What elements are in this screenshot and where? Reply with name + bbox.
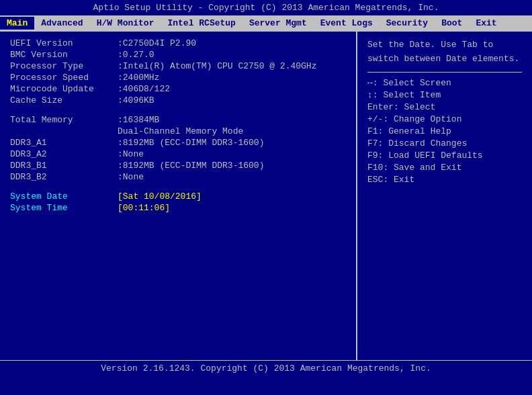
menu-item-exit[interactable]: Exit	[469, 17, 503, 30]
info-sep: :	[118, 73, 123, 83]
system-date-label: System Date	[10, 191, 118, 202]
shortcut-key: F1:	[367, 126, 388, 136]
info-label: BMC Version	[10, 50, 118, 60]
memory-rows: Total Memory : 16384MB Dual-Channel Memo…	[10, 115, 346, 182]
shortcut-row: ↔: Select Screen	[367, 78, 522, 88]
shortcut-row: F7: Discard Changes	[367, 138, 522, 148]
info-sep: :	[118, 84, 123, 94]
memory-sep: :	[118, 161, 123, 171]
shortcut-key: ↔:	[367, 78, 383, 88]
memory-sep: :	[118, 149, 123, 159]
info-row: Processor Speed : 2400MHz	[10, 73, 346, 83]
memory-row: DDR3_A2 : None	[10, 149, 346, 159]
menu-item-event-logs[interactable]: Event Logs	[314, 17, 380, 30]
info-label: Cache Size	[10, 95, 118, 105]
system-date-value[interactable]: [Sat 10/08/2016]	[118, 191, 202, 202]
info-sep: :	[118, 38, 123, 48]
info-value: C2750D4I P2.90	[123, 38, 196, 48]
menu-item-security[interactable]: Security	[380, 17, 435, 30]
menu-bar: MainAdvancedH/W MonitorIntel RCSetupServ…	[0, 15, 532, 31]
shortcut-row: F1: General Help	[367, 126, 522, 136]
info-value: 4096KB	[123, 95, 154, 105]
memory-row: DDR3_A1 : 8192MB (ECC-DIMM DDR3-1600)	[10, 138, 346, 148]
info-row: Cache Size : 4096KB	[10, 95, 346, 105]
system-info-rows: UEFI Version : C2750D4I P2.90BMC Version…	[10, 38, 346, 105]
shortcut-key: F9:	[367, 150, 388, 161]
memory-label: DDR3_B2	[10, 172, 118, 182]
shortcut-desc: Exit	[394, 175, 414, 185]
right-panel: Set the Date. Use Tab to switch between …	[357, 32, 532, 360]
system-time-label: System Time	[10, 203, 118, 213]
memory-sep: :	[118, 172, 123, 182]
shortcut-row: ↕: Select Item	[367, 90, 522, 100]
info-sep: :	[118, 50, 123, 60]
main-content: UEFI Version : C2750D4I P2.90BMC Version…	[0, 31, 532, 360]
info-value: 406D8/122	[123, 84, 170, 94]
info-row: Microcode Update : 406D8/122	[10, 84, 346, 94]
left-panel: UEFI Version : C2750D4I P2.90BMC Version…	[0, 32, 357, 360]
shortcut-desc: Save and Exit	[394, 163, 461, 173]
help-text: Set the Date. Use Tab to switch between …	[367, 38, 522, 67]
memory-value: None	[123, 149, 144, 159]
shortcut-desc: Change Option	[394, 114, 461, 124]
info-label: Processor Type	[10, 61, 118, 71]
shortcut-desc: Select Screen	[383, 78, 451, 88]
memory-label: Total Memory	[10, 115, 118, 125]
title-bar: Aptio Setup Utility - Copyright (C) 2013…	[0, 0, 532, 15]
memory-row: DDR3_B1 : 8192MB (ECC-DIMM DDR3-1600)	[10, 161, 346, 171]
memory-sep: :	[118, 138, 123, 148]
shortcut-row: ESC: Exit	[367, 175, 522, 185]
shortcut-key: ↕:	[367, 90, 383, 100]
info-value: 2400MHz	[123, 73, 160, 83]
info-label: Processor Speed	[10, 73, 118, 83]
shortcut-desc: Discard Changes	[388, 138, 467, 148]
menu-item-advanced[interactable]: Advanced	[34, 17, 89, 30]
info-value: Intel(R) Atom(TM) CPU C2750 @ 2.40GHz	[123, 61, 317, 71]
shortcut-key: ESC:	[367, 175, 394, 185]
memory-value: None	[123, 172, 144, 182]
shortcut-key: Enter:	[367, 102, 404, 112]
info-value: 0.27.0	[123, 50, 154, 60]
info-row: Processor Type : Intel(R) Atom(TM) CPU C…	[10, 61, 346, 71]
memory-label: DDR3_A2	[10, 149, 118, 159]
shortcut-desc: Select	[404, 102, 436, 112]
shortcut-key: F7:	[367, 138, 388, 148]
menu-item-main[interactable]: Main	[0, 17, 34, 30]
memory-value: 8192MB (ECC-DIMM DDR3-1600)	[123, 138, 265, 148]
memory-label	[10, 126, 118, 136]
memory-value: Dual-Channel Memory Mode	[118, 126, 243, 136]
memory-row: Total Memory : 16384MB	[10, 115, 346, 125]
footer-bar: Version 2.16.1243. Copyright (C) 2013 Am…	[0, 360, 532, 376]
menu-item-server-mgmt[interactable]: Server Mgmt	[242, 17, 314, 30]
memory-value: 16384MB	[123, 115, 160, 125]
info-sep: :	[118, 61, 123, 71]
shortcut-row: F10: Save and Exit	[367, 163, 522, 173]
shortcut-key: +/-:	[367, 114, 394, 124]
menu-item-boot[interactable]: Boot	[435, 17, 469, 30]
system-time-value[interactable]: [00:11:06]	[118, 203, 170, 213]
memory-row: DDR3_B2 : None	[10, 172, 346, 182]
shortcut-key: F10:	[367, 163, 394, 173]
memory-sep: :	[118, 115, 123, 125]
shortcut-row: F9: Load UEFI Defaults	[367, 150, 522, 161]
system-date-row[interactable]: System Date [Sat 10/08/2016]	[10, 191, 346, 202]
menu-item-h/w-monitor[interactable]: H/W Monitor	[90, 17, 161, 30]
menu-item-intel-rcsetup[interactable]: Intel RCSetup	[161, 17, 242, 30]
info-row: UEFI Version : C2750D4I P2.90	[10, 38, 346, 48]
info-row: BMC Version : 0.27.0	[10, 50, 346, 60]
system-time-row[interactable]: System Time [00:11:06]	[10, 203, 346, 213]
shortcut-row: +/-: Change Option	[367, 114, 522, 124]
info-label: UEFI Version	[10, 38, 118, 48]
shortcut-desc: General Help	[388, 126, 451, 136]
shortcut-desc: Select Item	[383, 90, 441, 100]
shortcut-row: Enter: Select	[367, 102, 522, 112]
shortcut-desc: Load UEFI Defaults	[388, 150, 482, 161]
memory-value: 8192MB (ECC-DIMM DDR3-1600)	[123, 161, 265, 171]
memory-label: DDR3_B1	[10, 161, 118, 171]
info-sep: :	[118, 95, 123, 105]
memory-label: DDR3_A1	[10, 138, 118, 148]
info-label: Microcode Update	[10, 84, 118, 94]
memory-row: Dual-Channel Memory Mode	[10, 126, 346, 136]
shortcuts: ↔: Select Screen↕: Select ItemEnter: Sel…	[367, 78, 522, 185]
